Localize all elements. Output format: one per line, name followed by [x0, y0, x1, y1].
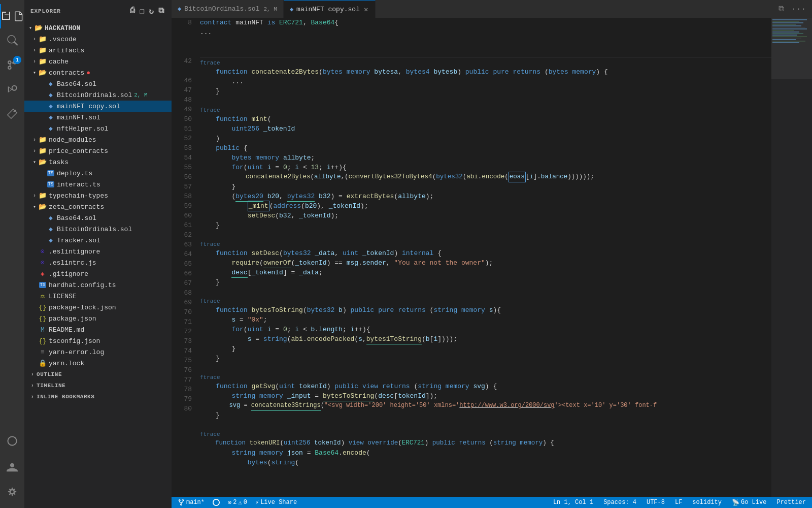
status-cursor[interactable]: Ln 1, Col 1 — [551, 497, 595, 508]
underline-bytes32: bytes32 — [287, 192, 315, 202]
tree-item-zetacontracts[interactable]: ▾ 📂 zeta_contracts — [24, 201, 172, 212]
status-encoding[interactable]: UTF-8 — [645, 497, 667, 508]
tree-item-eslintignore[interactable]: › ⊙ .eslintignore — [24, 246, 172, 257]
code-line-70: } — [200, 344, 771, 354]
tree-item-typechain[interactable]: › 📁 typechain-types — [24, 190, 172, 201]
code-editor[interactable]: 8 42 46 47 48 49 50 51 52 53 54 55 56 57… — [172, 18, 812, 497]
activity-bar-source-control[interactable]: 1 — [0, 53, 24, 77]
tree-item-nodemodules[interactable]: › 📁 node_modules — [24, 134, 172, 145]
section-inline-bookmarks[interactable]: › INLINE BOOKMARKS — [24, 391, 172, 402]
code-line-54: concatenate2Bytes(allbyte,(convertBytes3… — [200, 172, 771, 182]
code-line-spacer1: ... — [200, 27, 771, 37]
sol-file-icon: ◆ — [47, 102, 55, 110]
sidebar-header-actions: ⎙ ❐ ↻ ⧉ — [129, 5, 165, 17]
tree-label-bitcoinordinals: BitcoinOrdinals.sol — [57, 91, 132, 99]
tree-item-mainnft[interactable]: › ◆ mainNFT.sol — [24, 112, 172, 123]
tree-item-tracker[interactable]: › ◆ Tracker.sol — [24, 235, 172, 246]
tree-label-interact: interact.ts — [57, 181, 100, 188]
status-branch[interactable]: main* — [176, 497, 207, 508]
section-outline[interactable]: › OUTLINE — [24, 369, 172, 380]
tree-item-deploy[interactable]: › TS deploy.ts — [24, 168, 172, 179]
status-spaces[interactable]: Spaces: 4 — [601, 497, 638, 508]
status-liveshare[interactable]: ⚡ Live Share — [253, 497, 299, 508]
tree-item-artifacts[interactable]: › 📁 artifacts — [24, 45, 172, 56]
tree-item-vscode[interactable]: › 📁 .vscode — [24, 34, 172, 45]
activity-bar-settings[interactable] — [0, 480, 24, 504]
tree-item-gitignore[interactable]: › ◈ .gitignore — [24, 268, 172, 279]
tree-item-base64[interactable]: › ◆ Base64.sol — [24, 78, 172, 89]
tree-item-contracts[interactable]: ▾ 📂 contracts ● — [24, 67, 172, 78]
tree-item-eslintrc[interactable]: › ⊙ .eslintrc.js — [24, 257, 172, 268]
activity-bar-extensions[interactable] — [0, 102, 24, 126]
activity-bar-run[interactable] — [0, 77, 24, 102]
status-line-ending[interactable]: LF — [673, 497, 684, 508]
collapse-all-button[interactable]: ⧉ — [157, 5, 165, 17]
section-timeline[interactable]: › TIMELINE — [24, 380, 172, 391]
folder-icon: 📁 — [39, 147, 47, 155]
chevron-right-icon: › — [30, 192, 39, 200]
code-line-69: s = string(abi.encodePacked(s,bytes1ToSt… — [200, 334, 771, 344]
tab-label-mainnft-copy: mainNFT copy.sol — [296, 6, 360, 13]
status-golive[interactable]: 📡 Go Live — [730, 497, 768, 508]
refresh-button[interactable]: ↻ — [148, 5, 156, 17]
tree-item-pricecontracts[interactable]: › 📁 price_contracts — [24, 145, 172, 156]
line-num-53: 53 — [176, 143, 192, 153]
code-content[interactable]: contract mainNFT is ERC721, Base64{ ... … — [196, 18, 771, 497]
tab-close-button[interactable]: ✕ — [363, 4, 369, 15]
line-num-62: 62 — [176, 230, 192, 240]
line-num-49: 49 — [176, 105, 192, 114]
golive-icon: 📡 — [732, 499, 739, 506]
tree-root-hackathon[interactable]: ▾ 📂 HACKATHON — [24, 22, 172, 34]
activity-bar-explorer[interactable] — [0, 4, 24, 28]
minimap[interactable] — [771, 18, 812, 497]
sol-file-icon: ◆ — [47, 124, 55, 133]
new-file-button[interactable]: ⎙ — [129, 5, 137, 17]
tree-label-vscode: .vscode — [49, 36, 77, 43]
code-line-63: desc[_tokenId] = _data; — [200, 268, 771, 277]
tree-item-zeta-base64[interactable]: › ◆ Base64.sol — [24, 212, 172, 224]
code-line-spacer3 — [200, 47, 771, 56]
more-actions-button[interactable]: ··· — [789, 3, 808, 16]
tree-item-bitcoinordinals[interactable]: › ◆ BitcoinOrdinals.sol 2, M — [24, 89, 172, 101]
tree-item-package[interactable]: › {} package.json — [24, 313, 172, 324]
json-file-icon: {} — [39, 337, 47, 345]
tree-item-packagelock[interactable]: › {} package-lock.json — [24, 302, 172, 313]
chevron-right-icon: › — [30, 35, 39, 43]
code-line-42: function concatenate2Bytes(bytes memory … — [200, 67, 771, 77]
tree-item-mainnft-copy[interactable]: › ◆ mainNFT copy.sol — [24, 101, 172, 112]
line-num-66: 66 — [176, 269, 192, 278]
minimap-slider[interactable] — [771, 18, 812, 79]
tree-item-zeta-bitcoin[interactable]: › ◆ BitcoinOrdinals.sol — [24, 224, 172, 235]
tree-item-nfthelper[interactable]: › ◆ nftHelper.sol — [24, 123, 172, 134]
status-sync[interactable] — [211, 497, 222, 508]
tree-item-tsconfig[interactable]: › {} tsconfig.json — [24, 335, 172, 346]
code-line-spacer2 — [200, 37, 771, 47]
line-num-76: 76 — [176, 365, 192, 375]
tree-item-readme[interactable]: › M README.md — [24, 324, 172, 335]
tree-label-artifacts: artifacts — [49, 47, 84, 54]
tab-mainnft-copy[interactable]: ◆ mainNFT copy.sol ✕ — [284, 0, 376, 18]
status-prettier[interactable]: Prettier — [774, 497, 808, 508]
folder-icon: 📁 — [39, 192, 47, 200]
tree-item-cache[interactable]: › 📁 cache — [24, 56, 172, 67]
status-errors[interactable]: ⊗ 2 ⚠ 0 — [226, 497, 249, 508]
chevron-right-icon: › — [28, 393, 37, 401]
activity-bar-accounts[interactable] — [0, 455, 24, 480]
activity-bar-remote[interactable] — [0, 429, 24, 453]
tree-item-tasks[interactable]: ▾ 📂 tasks — [24, 156, 172, 168]
tree-item-interact[interactable]: › TS interact.ts — [24, 179, 172, 190]
line-num-47: 47 — [176, 85, 192, 95]
line-num-54: 54 — [176, 153, 192, 163]
status-language[interactable]: solidity — [690, 497, 724, 508]
tree-item-license[interactable]: › ⚖ LICENSE — [24, 291, 172, 302]
new-folder-button[interactable]: ❐ — [139, 5, 146, 17]
tree-item-hardhat[interactable]: › TS hardhat.config.ts — [24, 279, 172, 291]
liveshare-icon: ⚡ — [255, 499, 259, 506]
tree-item-yarnerror[interactable]: › ≡ yarn-error.log — [24, 346, 172, 358]
tab-bitcoinordinals[interactable]: ◆ BitcoinOrdinals.sol 2, M — [172, 0, 284, 18]
sol-file-icon: ◆ — [47, 80, 55, 88]
tree-item-yarnlock[interactable]: › 🔒 yarn.lock — [24, 358, 172, 369]
tree-label-tsconfig: tsconfig.json — [49, 337, 100, 345]
split-editor-button[interactable]: ⧉ — [776, 2, 786, 16]
activity-bar-search[interactable] — [0, 28, 24, 53]
